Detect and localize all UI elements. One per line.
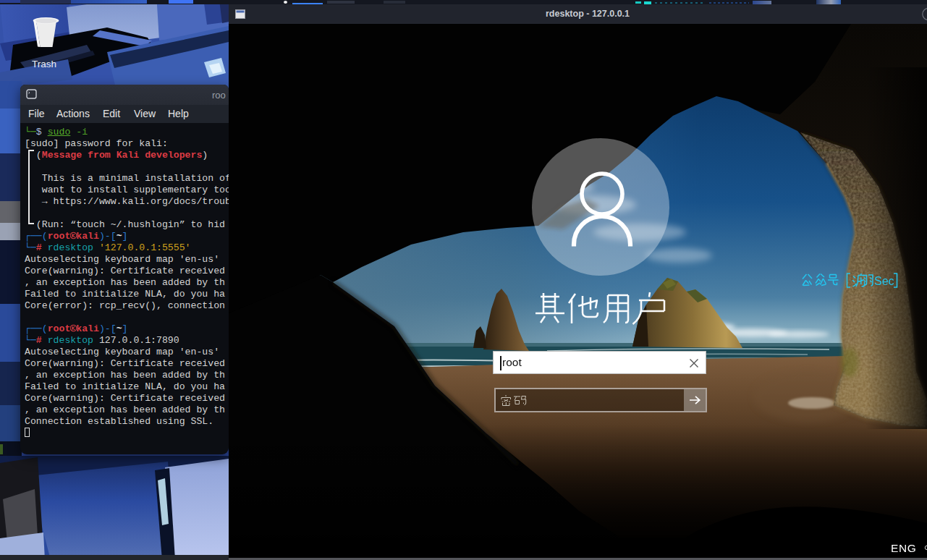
svg-text:Trash: Trash <box>32 59 56 69</box>
svg-text:Sec: Sec <box>874 275 894 287</box>
